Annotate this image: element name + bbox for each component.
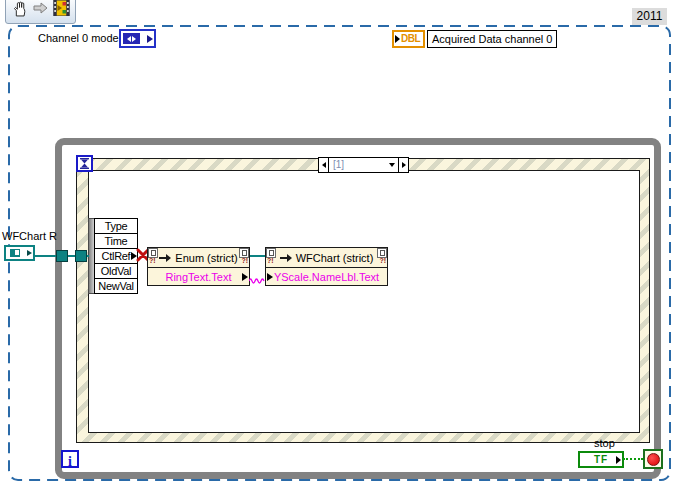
- ref-output-arrow: [27, 250, 32, 256]
- iteration-terminal[interactable]: i: [61, 450, 79, 468]
- error-out-marker: ?!: [379, 257, 386, 265]
- event-structure-interior: [88, 170, 640, 433]
- event-data-field-oldval[interactable]: OldVal: [94, 263, 138, 279]
- stop-boolean-terminal[interactable]: TF: [578, 451, 624, 468]
- error-out-marker: ?!: [241, 257, 248, 265]
- selector-dropdown-icon[interactable]: [385, 158, 398, 172]
- iteration-text: i: [68, 454, 72, 469]
- loop-condition-terminal[interactable]: [643, 449, 663, 469]
- reference-wire-between-nodes[interactable]: [250, 255, 265, 257]
- property-node-glyph: [159, 254, 172, 262]
- selector-next-arrow[interactable]: [398, 158, 408, 172]
- property-node-wfchart[interactable]: ?! WFChart (strict) ?! YScale.NameLbl.Te…: [265, 247, 388, 286]
- string-wire-squiggle[interactable]: [249, 271, 266, 289]
- property-name[interactable]: RingText.Text: [165, 271, 231, 283]
- stop-sign-icon: [647, 453, 660, 466]
- selector-label[interactable]: [1]: [329, 158, 385, 172]
- arrow-icon[interactable]: [33, 0, 49, 20]
- dbl-type-text: DBL: [401, 33, 420, 44]
- timeout-terminal[interactable]: [76, 155, 93, 172]
- boolean-wire[interactable]: [623, 458, 643, 460]
- property-name[interactable]: YScale.NameLbl.Text: [274, 271, 379, 283]
- wfchart-ref-terminal[interactable]: [4, 245, 35, 261]
- event-data-field-type[interactable]: Type: [94, 218, 138, 234]
- dbl-input-arrow: [395, 35, 400, 43]
- error-in-marker: ?!: [149, 257, 156, 265]
- channel-mode-label: Channel 0 mode: [38, 31, 119, 46]
- boolean-type-text: TF: [594, 454, 608, 465]
- hourglass-icon: [78, 157, 91, 170]
- event-structure-tunnel[interactable]: [75, 250, 87, 262]
- year-badge: 2011: [632, 8, 667, 25]
- hand-tool-icon[interactable]: [11, 0, 28, 21]
- acquired-data-label: Acquired Data channel 0: [427, 30, 557, 48]
- stop-label: stop: [594, 437, 615, 449]
- vi-icon[interactable]: [53, 0, 70, 20]
- dbl-indicator-terminal[interactable]: DBL: [392, 30, 425, 48]
- property-node-glyph: [280, 254, 293, 262]
- boolean-output-arrow: [616, 456, 621, 464]
- enum-glyph: [123, 33, 140, 44]
- event-data-field-newval[interactable]: NewVal: [94, 278, 138, 294]
- property-output-arrow: [242, 273, 248, 281]
- wfchart-ref-label: WFChart R: [2, 230, 57, 242]
- enum-output-arrow: [147, 35, 153, 43]
- refnum-glyph: [10, 249, 20, 257]
- property-node-class: WFChart (strict): [296, 252, 374, 264]
- toolbar: [5, 0, 76, 24]
- channel-mode-enum-terminal[interactable]: [119, 29, 156, 48]
- while-loop-tunnel[interactable]: [56, 250, 68, 262]
- event-selector[interactable]: [1]: [318, 157, 409, 173]
- event-structure-border[interactable]: [76, 158, 650, 443]
- event-data-field-time[interactable]: Time: [94, 233, 138, 249]
- property-node-enum[interactable]: ?! Enum (strict) ?! RingText.Text: [147, 247, 250, 286]
- property-input-arrow: [267, 273, 273, 281]
- labview-block-diagram: { "year": "2011", "toolbar": { "icons": …: [0, 0, 679, 484]
- error-in-marker: ?!: [267, 257, 274, 265]
- property-node-class: Enum (strict): [175, 252, 237, 264]
- selector-prev-arrow[interactable]: [319, 158, 329, 172]
